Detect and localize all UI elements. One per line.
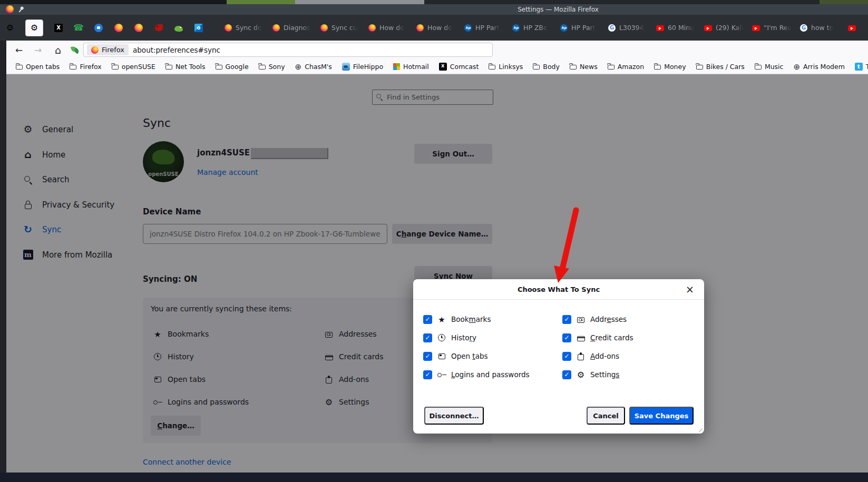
bookmark-item[interactable]: Net Tools	[165, 63, 206, 71]
bookmark-item[interactable]: openSUSE	[112, 63, 155, 71]
browser-tab[interactable]: L30394	[601, 18, 649, 37]
firefox-icon	[225, 24, 232, 32]
pinned-tab[interactable]	[174, 23, 183, 33]
chameleon-icon	[174, 26, 183, 32]
bookmark-label: Google	[226, 63, 249, 71]
checkbox[interactable]	[562, 315, 571, 324]
gear-icon	[6, 23, 14, 33]
bookmark-item[interactable]: Ting	[855, 63, 868, 71]
bookmark-item[interactable]: News	[570, 63, 598, 71]
checkbox[interactable]	[423, 370, 432, 379]
sync-option[interactable]: Add-ons	[562, 351, 619, 361]
browser-tab[interactable]: Sync do	[217, 18, 265, 37]
google-icon	[800, 24, 807, 32]
checkbox[interactable]	[562, 370, 571, 379]
desktop-wallpaper-segment	[424, 0, 868, 4]
extension-icon[interactable]	[71, 45, 80, 54]
pinned-tab[interactable]	[114, 23, 123, 33]
firefox-icon	[416, 24, 424, 32]
resize-grip[interactable]	[697, 426, 703, 432]
gear-icon	[31, 23, 38, 33]
bookmark-item[interactable]: Comcast	[439, 63, 479, 71]
firefox-icon	[272, 24, 280, 32]
sync-option[interactable]: Open tabs	[423, 351, 488, 361]
bookmark-label: Net Tools	[175, 63, 206, 71]
browser-tab[interactable]: HP Part	[457, 18, 505, 37]
bookmark-label: Sony	[269, 63, 285, 71]
tab-title: “I'm Rea	[764, 24, 791, 32]
browser-tab[interactable]: HP ZBo	[505, 18, 553, 37]
sync-option-label: Add-ons	[590, 352, 619, 360]
browser-tab[interactable]: (29) Kali	[697, 18, 745, 37]
choose-what-to-sync-dialog: Choose What To Sync × Bookmarks History	[413, 279, 704, 434]
back-button[interactable]: ←	[12, 43, 26, 57]
cancel-button[interactable]: Cancel	[587, 407, 625, 425]
forward-button[interactable]: →	[31, 43, 45, 57]
browser-tab[interactable]: “I'm Rea	[745, 18, 793, 37]
folder-icon	[70, 65, 76, 70]
bookmark-item[interactable]: Hotmail	[393, 63, 429, 71]
sync-option[interactable]: Addresses	[562, 314, 627, 324]
tab-title: How do	[379, 24, 404, 32]
browser-tab[interactable]: HP Part	[553, 18, 601, 37]
outlook-icon	[194, 24, 203, 32]
sync-option[interactable]: History	[423, 332, 476, 343]
sync-option[interactable]: Logins and passwords	[423, 369, 530, 380]
pinned-tab[interactable]	[154, 23, 163, 33]
browser-tab[interactable]: 60 Minu	[649, 18, 697, 37]
browser-tab[interactable]	[841, 18, 868, 37]
bookmark-item[interactable]: Open tabs	[16, 63, 60, 71]
pinned-tab[interactable]	[25, 19, 43, 36]
url-text: about:preferences#sync	[133, 46, 220, 54]
bookmark-item[interactable]: Google	[216, 63, 249, 71]
save-changes-button[interactable]: Save Changes	[629, 407, 694, 425]
browser-tab[interactable]: Diagnos	[265, 18, 313, 37]
checkbox[interactable]	[423, 315, 432, 324]
pinned-tab[interactable]	[194, 23, 203, 33]
pinned-tab[interactable]	[74, 23, 83, 33]
bookmark-item[interactable]: Body	[533, 63, 560, 71]
close-icon[interactable]: ×	[683, 282, 697, 296]
firefox-settings-window: Settings — Mozilla Firefox	[0, 0, 868, 482]
pinned-tab[interactable]	[5, 23, 15, 33]
checkbox[interactable]	[562, 352, 571, 361]
checkbox[interactable]	[423, 352, 432, 361]
bookmark-label: Arris Modem	[803, 63, 845, 71]
home-button[interactable]: ⌂	[51, 43, 65, 57]
bookmark-item[interactable]: Amazon	[608, 63, 645, 71]
url-bar[interactable]: Firefox about:preferences#sync	[83, 43, 493, 57]
bookmark-item[interactable]: ChasM's	[295, 62, 332, 72]
bottom-dark-strip	[0, 473, 868, 482]
youtube-icon	[752, 25, 760, 31]
bookmark-item[interactable]: Money	[654, 63, 686, 71]
bookmark-item[interactable]: Firefox	[70, 63, 101, 71]
sync-option[interactable]: Credit cards	[562, 332, 633, 343]
comcast-icon	[439, 63, 447, 71]
pinned-tab[interactable]	[54, 23, 63, 33]
pinned-tab[interactable]	[134, 23, 143, 33]
disconnect-button[interactable]: Disconnect…	[424, 407, 484, 425]
hp-icon	[560, 24, 568, 32]
hotmail-icon	[393, 63, 400, 70]
checkbox[interactable]	[562, 333, 571, 342]
sync-option[interactable]: Bookmarks	[423, 314, 491, 324]
checkbox[interactable]	[423, 333, 432, 342]
site-identity-chip[interactable]: Firefox	[87, 44, 129, 55]
browser-tab[interactable]: how to	[793, 18, 841, 37]
bookmark-item[interactable]: Sony	[259, 63, 285, 71]
browser-tab[interactable]: How do	[361, 18, 409, 37]
pinned-tab[interactable]	[94, 23, 103, 33]
bookmark-label: Hotmail	[403, 63, 429, 71]
bookmark-item[interactable]: Music	[755, 63, 784, 71]
bookmark-item[interactable]: Linksys	[489, 63, 523, 71]
browser-tab[interactable]: How do	[409, 18, 457, 37]
filehippo-icon	[342, 63, 350, 71]
bookmark-item[interactable]: Arris Modem	[793, 62, 844, 72]
sync-option[interactable]: Settings	[562, 369, 619, 380]
folder-icon	[654, 65, 661, 70]
youtube-icon	[704, 25, 712, 31]
bookmark-item[interactable]: FileHippo	[342, 63, 383, 71]
browser-tab[interactable]: Sync cu	[313, 18, 361, 37]
star-icon	[438, 314, 445, 324]
bookmark-item[interactable]: Bikes / Cars	[696, 63, 745, 71]
